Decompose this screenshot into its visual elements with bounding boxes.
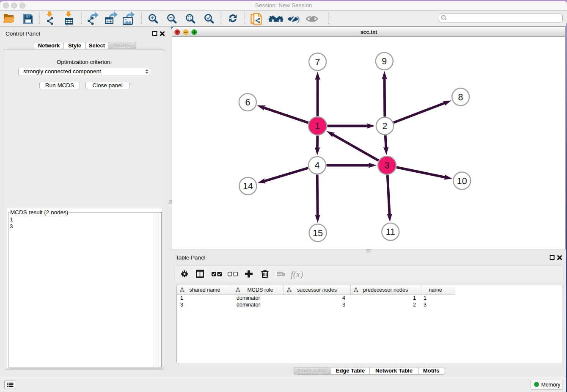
svg-text:dominator: dominator [237, 302, 260, 308]
svg-text:14: 14 [243, 181, 253, 191]
svg-text:1: 1 [315, 121, 320, 131]
svg-text:4: 4 [315, 160, 320, 171]
svg-text:6: 6 [245, 97, 250, 108]
svg-text:predecessor nodes: predecessor nodes [363, 287, 408, 293]
svg-text:shared name: shared name [190, 287, 220, 293]
svg-text:successor nodes: successor nodes [297, 287, 337, 293]
svg-text:f(x): f(x) [291, 269, 303, 279]
svg-text:MCDS role: MCDS role [247, 287, 273, 293]
svg-text:2: 2 [413, 302, 416, 308]
svg-text:9: 9 [382, 56, 387, 66]
svg-text:dominator: dominator [237, 295, 260, 301]
svg-text:1: 1 [413, 295, 416, 301]
svg-text:3: 3 [424, 302, 427, 308]
svg-text:3: 3 [180, 302, 183, 308]
svg-text:1: 1 [424, 295, 427, 301]
svg-text:2: 2 [383, 121, 388, 131]
svg-text:3: 3 [385, 160, 390, 171]
svg-text:7: 7 [315, 57, 320, 67]
svg-text:1: 1 [180, 295, 183, 301]
svg-text:3: 3 [342, 302, 345, 308]
svg-text:10: 10 [457, 176, 467, 186]
svg-text:8: 8 [458, 92, 463, 102]
svg-text:11: 11 [386, 227, 395, 237]
svg-text:name: name [429, 287, 442, 293]
svg-text:4: 4 [342, 295, 345, 301]
svg-text:15: 15 [313, 228, 323, 238]
